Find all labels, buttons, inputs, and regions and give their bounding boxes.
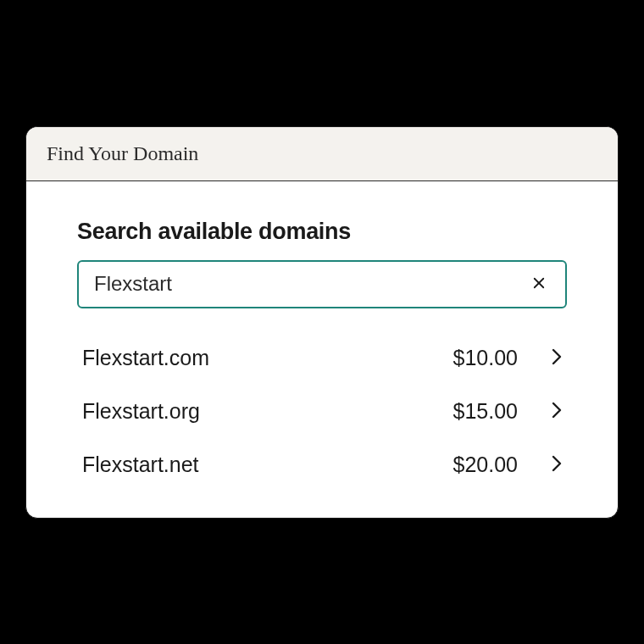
domain-price: $15.00 xyxy=(453,399,518,424)
domain-price: $10.00 xyxy=(453,346,518,370)
clear-search-button[interactable] xyxy=(528,272,550,297)
domain-search-window: Find Your Domain Search available domain… xyxy=(25,126,619,519)
domain-name: Flexstart.net xyxy=(82,452,453,477)
domain-results-list: Flexstart.com $10.00 Flexstart.org $15.0… xyxy=(77,346,567,477)
chevron-right-icon xyxy=(552,452,562,477)
domain-result-row[interactable]: Flexstart.net $20.00 xyxy=(82,452,562,477)
domain-name: Flexstart.org xyxy=(82,399,453,424)
close-icon xyxy=(531,275,547,293)
search-field-wrapper[interactable] xyxy=(77,260,567,308)
domain-price: $20.00 xyxy=(453,452,518,477)
chevron-right-icon xyxy=(552,346,562,370)
search-heading: Search available domains xyxy=(77,219,567,245)
domain-name: Flexstart.com xyxy=(82,346,453,370)
domain-search-input[interactable] xyxy=(94,272,528,296)
content-area: Search available domains Flexstart.com $… xyxy=(26,181,618,518)
window-title: Find Your Domain xyxy=(26,127,618,181)
chevron-right-icon xyxy=(552,399,562,424)
domain-result-row[interactable]: Flexstart.com $10.00 xyxy=(82,346,562,370)
domain-result-row[interactable]: Flexstart.org $15.00 xyxy=(82,399,562,424)
